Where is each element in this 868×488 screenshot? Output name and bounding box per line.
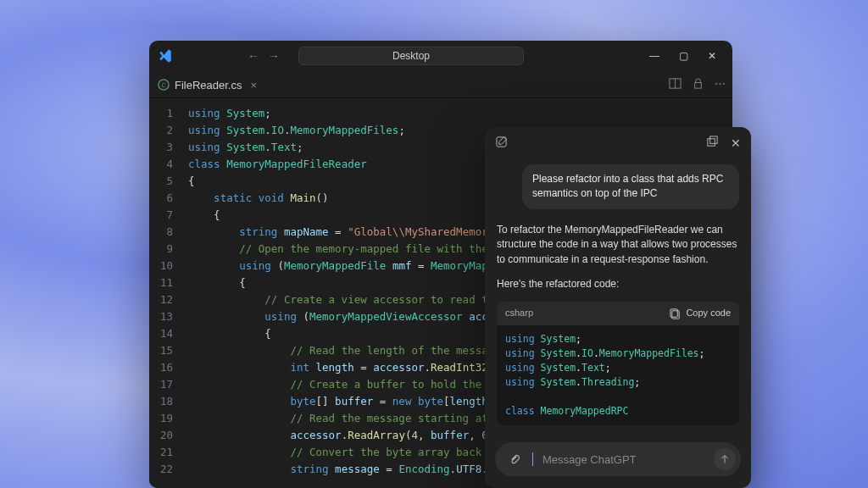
close-icon[interactable]: ✕ [705, 50, 719, 62]
user-message: Please refactor into a class that adds R… [522, 164, 739, 209]
assistant-paragraph: To refactor the MemoryMappedFileReader w… [497, 223, 739, 267]
window-controls: — ▢ ✕ [648, 50, 724, 62]
copy-code-label: Copy code [686, 307, 731, 320]
tab-close-icon[interactable]: × [250, 79, 257, 92]
chat-input[interactable] [542, 453, 707, 466]
svg-rect-7 [710, 136, 717, 143]
new-chat-icon[interactable] [495, 136, 508, 151]
assistant-paragraph: Here's the refactored code: [497, 277, 739, 291]
breadcrumb[interactable]: Desktop [298, 47, 524, 65]
chat-close-icon[interactable]: ✕ [731, 136, 741, 150]
vscode-logo-icon [158, 48, 173, 64]
copy-code-button[interactable]: Copy code [669, 307, 731, 320]
nav-forward-icon[interactable]: → [268, 49, 280, 63]
titlebar: ← → Desktop — ▢ ✕ [149, 41, 732, 71]
attach-icon[interactable] [504, 448, 526, 470]
line-gutter: 12345678910111213141516171819202122 [149, 98, 181, 488]
nav-arrows: ← → [248, 49, 280, 63]
split-editor-icon[interactable] [669, 77, 682, 92]
input-caret [532, 452, 533, 466]
code-block: csharp Copy code using System; using Sys… [497, 302, 739, 425]
maximize-icon[interactable]: ▢ [676, 50, 690, 62]
svg-rect-4 [695, 82, 702, 88]
minimize-icon[interactable]: — [648, 50, 661, 62]
csharp-file-icon: C [158, 79, 170, 91]
svg-text:C: C [161, 82, 165, 88]
svg-rect-6 [708, 139, 715, 146]
code-block-header: csharp Copy code [497, 302, 739, 325]
tab-filereader[interactable]: C FileReader.cs × [149, 71, 265, 97]
chat-header: ✕ [485, 127, 751, 159]
popout-icon[interactable] [706, 136, 719, 151]
code-block-content: using System; using System.IO.MemoryMapp… [497, 325, 739, 425]
nav-back-icon[interactable]: ← [248, 49, 259, 63]
tab-bar: C FileReader.cs × ⋯ [149, 71, 732, 98]
tab-filename: FileReader.cs [175, 79, 242, 92]
chat-window: ✕ Please refactor into a class that adds… [485, 127, 751, 488]
lock-icon[interactable] [692, 77, 704, 92]
tab-actions: ⋯ [669, 77, 726, 92]
more-icon[interactable]: ⋯ [715, 77, 726, 92]
send-button[interactable] [714, 448, 736, 470]
code-lang-label: csharp [505, 307, 533, 320]
chat-input-bar [495, 442, 741, 476]
chat-body: Please refactor into a class that adds R… [485, 159, 751, 434]
